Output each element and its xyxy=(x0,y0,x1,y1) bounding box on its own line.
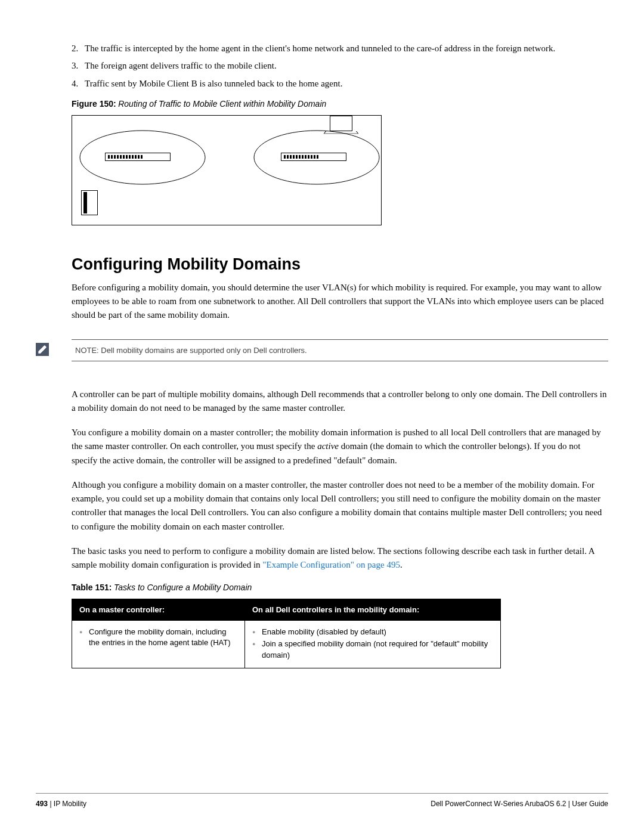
server-tower-icon xyxy=(81,190,98,215)
emphasis: active xyxy=(317,441,339,451)
paragraph: You configure a mobility domain on a mas… xyxy=(72,426,608,467)
figure-label: Figure 150: xyxy=(72,99,116,109)
paragraph: Before configuring a mobility domain, yo… xyxy=(72,281,608,323)
paragraph: The basic tasks you need to perform to c… xyxy=(72,544,608,572)
text-run: . xyxy=(400,560,402,569)
list-text: The traffic is intercepted by the home a… xyxy=(85,44,555,53)
paragraph: Although you configure a mobility domain… xyxy=(72,478,608,534)
list-text: Traffic sent by Mobile Client B is also … xyxy=(85,79,342,88)
table-header: On all Dell controllers in the mobility … xyxy=(245,599,501,621)
list-item: 2. The traffic is intercepted by the hom… xyxy=(72,42,608,55)
controller-device-right xyxy=(281,153,346,161)
numbered-list: 2. The traffic is intercepted by the hom… xyxy=(72,42,608,91)
controller-device-left xyxy=(105,153,171,161)
list-number: 4. xyxy=(72,77,78,91)
list-item: 3. The foreign agent delivers traffic to… xyxy=(72,59,608,73)
page-footer: 493 | IP Mobility Dell PowerConnect W-Se… xyxy=(36,793,608,808)
task-table: On a master controller: On all Dell cont… xyxy=(72,599,501,668)
page-number: 493 xyxy=(36,800,48,808)
table-cell: Enable mobility (disabled by default) Jo… xyxy=(245,621,501,668)
table-row: Configure the mobility domain, including… xyxy=(72,621,501,668)
laptop-icon xyxy=(326,116,357,136)
figure-caption: Figure 150: Routing of Traffic to Mobile… xyxy=(72,99,608,109)
footer-left: 493 | IP Mobility xyxy=(36,800,86,808)
footer-doc: User Guide xyxy=(572,800,608,808)
bullet-item: Enable mobility (disabled by default) xyxy=(252,627,493,637)
table-cell: Configure the mobility domain, including… xyxy=(72,621,245,668)
bullet-item: Join a specified mobility domain (not re… xyxy=(252,639,493,660)
list-item: 4. Traffic sent by Mobile Client B is al… xyxy=(72,77,608,91)
note-pencil-icon xyxy=(36,343,49,356)
list-number: 2. xyxy=(72,42,78,55)
table-label: Table 151: xyxy=(72,583,112,592)
note-box: NOTE: Dell mobility domains are supporte… xyxy=(72,339,608,361)
table-title: Tasks to Configure a Mobility Domain xyxy=(114,583,252,592)
footer-section: IP Mobility xyxy=(54,800,86,808)
footer-right: Dell PowerConnect W-Series ArubaOS 6.2 |… xyxy=(431,800,608,808)
paragraph: A controller can be part of multiple mob… xyxy=(72,388,608,416)
figure-title: Routing of Traffic to Mobile Client with… xyxy=(118,99,326,109)
list-number: 3. xyxy=(72,59,78,73)
table-header: On a master controller: xyxy=(72,599,245,621)
bullet-item: Configure the mobility domain, including… xyxy=(79,627,237,648)
footer-product: Dell PowerConnect W-Series ArubaOS 6.2 xyxy=(431,800,566,808)
list-text: The foreign agent delivers traffic to th… xyxy=(85,61,277,70)
cross-reference-link[interactable]: "Example Configuration" on page 495 xyxy=(262,560,400,569)
table-caption: Table 151: Tasks to Configure a Mobility… xyxy=(72,583,608,593)
figure-diagram xyxy=(72,115,382,225)
section-heading: Configuring Mobility Domains xyxy=(72,255,608,274)
